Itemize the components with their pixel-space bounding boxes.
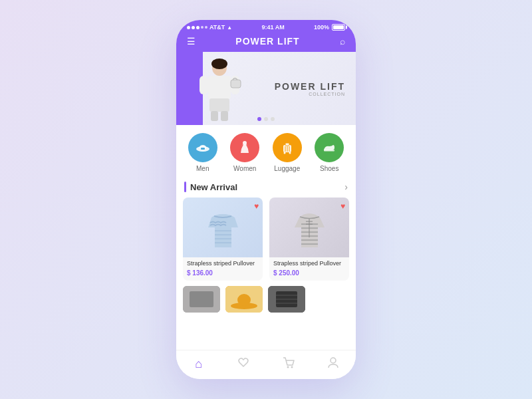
signal-dot-2 <box>192 26 195 29</box>
signal-dot-5 <box>205 26 207 29</box>
svg-rect-3 <box>200 76 208 94</box>
product-card-1[interactable]: ♥ Strapless striped Pullover <box>183 198 263 281</box>
luggage-svg <box>279 140 295 156</box>
cart-icon <box>282 356 295 372</box>
thumbnail-row <box>176 281 356 315</box>
favorite-button-1[interactable]: ♥ <box>254 201 259 211</box>
product-price-1: $ 136.00 <box>187 269 259 277</box>
product-info-2: Strapless striped Pullover $ 250.00 <box>269 257 349 281</box>
new-arrival-header: New Arrival › <box>176 178 356 198</box>
shirt-svg-2 <box>291 204 328 251</box>
nav-home[interactable]: ⌂ <box>176 357 221 371</box>
favorite-button-2[interactable]: ♥ <box>340 201 345 211</box>
svg-point-43 <box>287 366 289 368</box>
signal-dots <box>187 26 207 29</box>
product-name-2: Strapless striped Pullover <box>273 260 345 268</box>
nav-profile[interactable] <box>311 356 356 372</box>
signal-dot-3 <box>196 26 200 29</box>
shoes-icon <box>315 133 344 162</box>
product-info-1: Strapless striped Pullover $ 136.00 <box>183 257 263 281</box>
woman-svg <box>196 59 243 125</box>
banner-subtitle: COLLECTION <box>275 92 345 96</box>
phone-frame: AT&T ▲ 9:41 AM 100% ☰ POWER LIFT ⌕ <box>176 20 356 379</box>
time-label: 9:41 AM <box>262 24 285 31</box>
svg-rect-37 <box>237 294 251 306</box>
thumbnail-3[interactable] <box>268 286 305 313</box>
luggage-icon <box>273 133 302 162</box>
section-title-group: New Arrival <box>184 182 237 192</box>
cart-svg <box>282 356 295 369</box>
svg-rect-11 <box>201 148 205 150</box>
luggage-label: Luggage <box>274 165 300 172</box>
signal-dot-1 <box>187 26 190 29</box>
product-image-1: ♥ <box>183 198 263 257</box>
search-button[interactable]: ⌕ <box>340 36 345 47</box>
banner-pagination <box>257 117 275 121</box>
nav-favorites[interactable] <box>221 356 267 372</box>
new-arrival-title: New Arrival <box>190 182 237 192</box>
svg-rect-8 <box>221 111 228 121</box>
profile-svg <box>327 356 340 369</box>
women-icon <box>230 133 259 162</box>
svg-rect-34 <box>190 291 213 307</box>
product-image-2: ♥ <box>269 198 349 257</box>
svg-point-19 <box>289 152 291 154</box>
product-card-2[interactable]: ♥ <box>269 198 349 281</box>
shoes-svg <box>321 140 337 156</box>
category-shoes[interactable]: Shoes <box>315 133 344 172</box>
thumb-svg-3 <box>268 286 305 313</box>
profile-icon <box>327 356 340 372</box>
category-men[interactable]: Men <box>188 133 217 172</box>
new-arrival-arrow[interactable]: › <box>344 182 348 192</box>
svg-rect-2 <box>208 76 231 99</box>
svg-point-45 <box>331 358 336 363</box>
product-grid: ♥ Strapless striped Pullover <box>176 198 356 281</box>
shoes-label: Shoes <box>320 165 338 172</box>
women-dress-svg <box>237 140 253 156</box>
section-accent-bar <box>184 182 186 192</box>
thumbnail-1[interactable] <box>183 286 220 313</box>
status-left: AT&T ▲ <box>187 24 232 31</box>
banner-dot-1[interactable] <box>257 117 261 121</box>
favorites-icon <box>237 356 250 372</box>
svg-point-18 <box>283 152 285 154</box>
bottom-navigation: ⌂ <box>176 350 356 379</box>
menu-button[interactable]: ☰ <box>187 36 196 47</box>
thumb-svg-1 <box>183 286 220 313</box>
men-icon <box>188 133 217 162</box>
svg-point-1 <box>211 59 227 69</box>
shirt-svg-1 <box>205 204 241 251</box>
category-luggage[interactable]: Luggage <box>273 133 302 172</box>
status-right: 100% <box>314 24 345 31</box>
carrier-label: AT&T <box>209 24 225 31</box>
app-title: POWER LIFT <box>235 36 299 47</box>
banner-dot-2[interactable] <box>264 117 268 121</box>
banner-brand-name: POWER LIFT <box>275 81 345 92</box>
nav-cart[interactable] <box>266 356 311 372</box>
battery-icon <box>332 24 345 31</box>
wifi-icon: ▲ <box>227 25 232 31</box>
battery-label: 100% <box>314 24 329 31</box>
category-row: Men Women <box>176 125 356 178</box>
product-name-1: Strapless striped Pullover <box>187 260 259 268</box>
banner-text-block: POWER LIFT COLLECTION <box>275 81 345 96</box>
thumb-svg-2 <box>225 286 263 313</box>
svg-rect-14 <box>285 143 289 146</box>
thumbnail-2[interactable] <box>225 286 263 313</box>
category-women[interactable]: Women <box>230 133 259 172</box>
banner-woman-figure <box>190 55 249 125</box>
home-icon: ⌂ <box>195 357 202 371</box>
women-label: Women <box>233 165 256 172</box>
signal-dot-4 <box>201 26 203 29</box>
app-header: ☰ POWER LIFT ⌕ <box>176 33 356 52</box>
svg-point-44 <box>291 366 293 368</box>
svg-rect-5 <box>231 80 241 88</box>
men-hat-svg <box>195 140 211 156</box>
banner-dot-3[interactable] <box>271 117 275 121</box>
hero-banner: POWER LIFT COLLECTION <box>176 52 356 125</box>
men-label: Men <box>196 165 209 172</box>
favorites-svg <box>237 356 250 369</box>
svg-rect-7 <box>211 111 218 121</box>
product-price-2: $ 250.00 <box>273 269 345 277</box>
svg-rect-6 <box>209 98 229 112</box>
